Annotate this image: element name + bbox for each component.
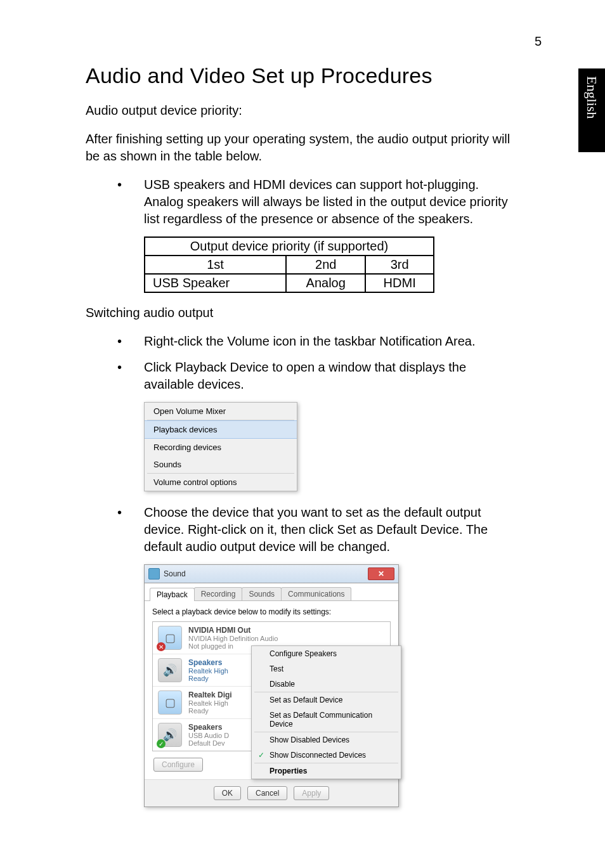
sound-icon — [148, 568, 160, 580]
menu-set-default-communication[interactable]: Set as Default Communication Device — [252, 708, 401, 732]
menu-recording-devices[interactable]: Recording devices — [145, 439, 297, 456]
sound-dialog: Sound ✕ Playback Recording Sounds Commun… — [144, 564, 399, 807]
menu-sounds[interactable]: Sounds — [145, 456, 297, 473]
device-subtitle: Realtek High — [188, 667, 228, 675]
page-number: 5 — [535, 34, 542, 49]
dialog-footer: OK Cancel Apply — [145, 779, 398, 806]
apply-button[interactable]: Apply — [294, 786, 329, 800]
dialog-instruction: Select a playback device below to modify… — [152, 607, 391, 616]
device-status: Ready — [188, 707, 232, 715]
tab-communications[interactable]: Communications — [281, 587, 351, 600]
bullet-list-3: Choose the device that you want to set a… — [86, 504, 517, 555]
page: 5 English Audio and Video Set up Procedu… — [0, 0, 605, 868]
menu-playback-devices[interactable]: Playback devices — [145, 420, 297, 439]
priority-table: Output device priority (if supported) 1s… — [144, 236, 434, 293]
bullet-playback: Click Playback Device to open a window t… — [86, 359, 517, 393]
volume-context-menu: Open Volume Mixer Playback devices Recor… — [144, 402, 297, 491]
device-name: Realtek Digi — [188, 690, 232, 699]
device-subtitle: NVIDIA High Definition Audio — [188, 635, 278, 642]
monitor-icon: ▢✕ — [158, 626, 182, 650]
priority-table-cell-1: USB Speaker — [145, 274, 286, 292]
priority-table-caption: Output device priority (if supported) — [145, 237, 434, 256]
device-context-menu: Configure Speakers Test Disable Set as D… — [251, 645, 401, 779]
configure-button[interactable]: Configure — [153, 758, 203, 772]
dialog-body: Select a playback device below to modify… — [145, 601, 398, 779]
device-subtitle: USB Audio D — [188, 732, 229, 739]
tab-playback[interactable]: Playback — [150, 588, 195, 601]
bullet-choose: Choose the device that you want to set a… — [86, 504, 517, 555]
menu-properties[interactable]: Properties — [252, 763, 401, 779]
menu-test[interactable]: Test — [252, 661, 401, 677]
switching-label: Switching audio output — [86, 304, 517, 321]
monitor-icon: ▢ — [158, 690, 182, 715]
tabs-row: Playback Recording Sounds Communications — [145, 583, 398, 601]
menu-configure-speakers[interactable]: Configure Speakers — [252, 646, 401, 661]
tab-sounds[interactable]: Sounds — [242, 587, 282, 600]
page-title: Audio and Video Set up Procedures — [86, 63, 517, 88]
menu-open-volume-mixer[interactable]: Open Volume Mixer — [145, 403, 297, 420]
default-badge-icon: ✓ — [157, 739, 166, 748]
language-tab: English — [578, 68, 605, 152]
close-button[interactable]: ✕ — [368, 567, 394, 580]
menu-show-disabled[interactable]: Show Disabled Devices — [252, 732, 401, 748]
intro-paragraph: After finishing setting up your operatin… — [86, 131, 517, 165]
speaker-icon: 🔊✓ — [158, 723, 182, 747]
language-tab-label: English — [583, 68, 600, 119]
device-status: Ready — [188, 675, 228, 682]
bullet-list-2: Right-click the Volume icon in the taskb… — [86, 333, 517, 393]
menu-set-default-device[interactable]: Set as Default Device — [252, 692, 401, 708]
device-name: NVIDIA HDMI Out — [188, 626, 278, 635]
dialog-titlebar[interactable]: Sound ✕ — [145, 565, 398, 583]
bullet-rightclick: Right-click the Volume icon in the taskb… — [86, 333, 517, 350]
content-area: Audio and Video Set up Procedures Audio … — [86, 63, 517, 807]
device-name: Speakers — [188, 723, 229, 732]
bullet-hotplug: USB speakers and HDMI devices can suppor… — [86, 176, 517, 228]
priority-table-cell-2: Analog — [286, 274, 365, 292]
priority-table-header-2: 2nd — [286, 256, 365, 274]
tab-recording[interactable]: Recording — [194, 587, 243, 600]
device-status: Default Dev — [188, 739, 229, 747]
cancel-button[interactable]: Cancel — [247, 786, 287, 800]
menu-volume-control-options[interactable]: Volume control options — [145, 474, 297, 491]
dialog-title-text: Sound — [164, 569, 186, 578]
device-subtitle: Realtek High — [188, 699, 232, 707]
menu-show-disconnected[interactable]: Show Disconnected Devices — [252, 748, 401, 763]
priority-table-header-3: 3rd — [365, 256, 434, 274]
menu-disable[interactable]: Disable — [252, 677, 401, 692]
device-name: Speakers — [188, 658, 228, 667]
priority-table-header-1: 1st — [145, 256, 286, 274]
ok-button[interactable]: OK — [214, 786, 241, 800]
unplugged-badge-icon: ✕ — [157, 642, 166, 651]
bullet-list-1: USB speakers and HDMI devices can suppor… — [86, 176, 517, 228]
priority-table-cell-3: HDMI — [365, 274, 434, 292]
priority-label: Audio output device priority: — [86, 102, 517, 119]
speaker-icon: 🔊 — [158, 658, 182, 682]
